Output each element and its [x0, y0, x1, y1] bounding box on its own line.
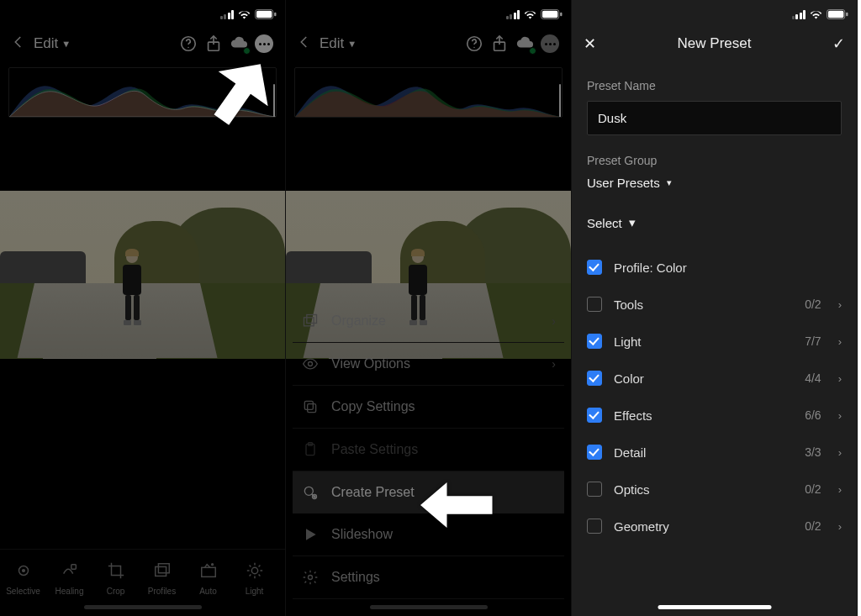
back-button[interactable] — [8, 34, 29, 54]
cellular-icon — [506, 10, 520, 19]
checkbox[interactable] — [587, 334, 602, 349]
screenshot-panel-1: Edit ▼ SelectiveHealingC — [0, 0, 286, 616]
more-button[interactable] — [251, 31, 277, 56]
histogram — [294, 67, 563, 118]
checkbox[interactable] — [587, 297, 602, 312]
confirm-button[interactable]: ✓ — [825, 34, 845, 53]
svg-rect-10 — [155, 566, 166, 576]
preset-option-detail[interactable]: Detail3/3› — [587, 435, 842, 469]
svg-rect-40 — [846, 13, 848, 17]
chevron-right-icon: › — [838, 446, 842, 459]
menu-item-organize[interactable]: Organize› — [293, 300, 564, 343]
option-label: Geometry — [614, 519, 669, 534]
cloud-sync-button[interactable] — [512, 31, 537, 56]
more-button[interactable] — [537, 31, 563, 56]
preset-options-list: Profile: ColorTools0/2›Light7/7›Color4/4… — [587, 250, 842, 543]
page-title: New Preset — [604, 35, 825, 52]
preset-option-geometry[interactable]: Geometry0/2› — [587, 509, 842, 543]
menu-item-copy[interactable]: Copy Settings — [293, 386, 564, 429]
chevron-right-icon: › — [552, 357, 556, 371]
wifi-icon — [238, 10, 251, 19]
back-button[interactable] — [294, 34, 314, 54]
share-button[interactable] — [487, 31, 512, 56]
home-indicator — [84, 605, 202, 609]
mode-dropdown[interactable]: Edit ▼ — [34, 35, 71, 52]
more-icon — [255, 34, 273, 53]
option-count: 6/6 — [805, 408, 821, 422]
auto-icon — [199, 561, 218, 582]
chevron-right-icon: › — [838, 335, 842, 348]
tool-selective[interactable]: Selective — [0, 561, 46, 596]
more-menu: Organize›View Options›Copy SettingsPaste… — [293, 300, 564, 599]
battery-icon — [255, 9, 277, 19]
mode-label: Edit — [34, 35, 58, 52]
tool-label: Healing — [55, 587, 84, 596]
cloud-sync-button[interactable] — [226, 31, 251, 56]
preset-group-label: Preset Group — [587, 154, 842, 167]
chevron-down-icon: ▾ — [667, 177, 672, 188]
svg-marker-35 — [306, 529, 316, 540]
preset-group-select[interactable]: User Presets ▾ — [587, 176, 842, 190]
help-button[interactable] — [176, 31, 201, 56]
svg-rect-39 — [828, 11, 843, 18]
chevron-right-icon: › — [838, 483, 842, 496]
tool-auto[interactable]: Auto — [185, 561, 231, 596]
tool-light[interactable]: Light — [231, 561, 277, 596]
tool-crop[interactable]: Crop — [92, 561, 139, 596]
svg-rect-1 — [256, 11, 272, 18]
battery-icon — [541, 9, 563, 19]
wifi-icon — [524, 10, 536, 19]
menu-item-settings[interactable]: Settings — [293, 556, 564, 599]
menu-item-label: Settings — [331, 570, 380, 585]
share-button[interactable] — [201, 31, 226, 56]
view-icon — [301, 355, 320, 373]
crop-icon — [107, 561, 125, 582]
checkbox[interactable] — [587, 260, 602, 275]
tool-label: Light — [246, 587, 264, 596]
svg-point-4 — [188, 47, 188, 48]
chevron-right-icon: › — [838, 409, 842, 422]
preset-option-light[interactable]: Light7/7› — [587, 324, 842, 358]
menu-item-view[interactable]: View Options› — [293, 343, 564, 386]
checkbox[interactable] — [587, 445, 602, 460]
menu-item-label: Copy Settings — [331, 399, 415, 414]
tool-color[interactable]: Co — [277, 561, 286, 596]
photo-preview[interactable] — [0, 191, 285, 359]
checkbox[interactable] — [587, 371, 602, 386]
tool-label: Selective — [6, 587, 40, 596]
preset-option-effects[interactable]: Effects6/6› — [587, 398, 842, 432]
light-icon — [246, 561, 264, 582]
paste-icon — [301, 440, 320, 459]
preset-option-color[interactable]: Color4/4› — [587, 361, 842, 395]
preset-option-optics[interactable]: Optics0/2› — [587, 472, 842, 506]
preset-option-profile-color[interactable]: Profile: Color — [587, 250, 842, 284]
option-count: 4/4 — [805, 371, 821, 385]
tool-healing[interactable]: Healing — [46, 561, 92, 596]
svg-rect-29 — [308, 404, 316, 413]
checkbox[interactable] — [587, 408, 602, 423]
preset-name-label: Preset Name — [587, 79, 842, 92]
mode-dropdown[interactable]: Edit ▼ — [320, 35, 357, 52]
option-count: 7/7 — [805, 334, 821, 348]
svg-point-28 — [309, 362, 313, 366]
checkbox[interactable] — [587, 482, 602, 497]
menu-item-paste: Paste Settings — [293, 429, 564, 471]
svg-rect-2 — [274, 13, 276, 17]
screenshot-panel-3: ✕ New Preset ✓ Preset Name Preset Group … — [572, 0, 858, 616]
chevron-down-icon: ▾ — [629, 215, 636, 230]
checkbox[interactable] — [587, 519, 602, 534]
status-bar — [0, 0, 285, 25]
tool-profiles[interactable]: Profiles — [139, 561, 185, 596]
sync-ok-badge — [243, 47, 251, 55]
tutorial-arrow — [420, 467, 496, 543]
chevron-right-icon: › — [838, 298, 842, 311]
tool-label: Auto — [199, 587, 217, 596]
svg-marker-37 — [420, 482, 493, 528]
preset-name-input[interactable] — [587, 101, 842, 135]
option-label: Color — [614, 371, 644, 386]
select-all-dropdown[interactable]: Select ▾ — [587, 215, 842, 230]
help-button[interactable] — [462, 31, 487, 56]
copy-icon — [301, 398, 320, 416]
close-button[interactable]: ✕ — [584, 34, 604, 53]
preset-option-tools[interactable]: Tools0/2› — [587, 287, 842, 321]
